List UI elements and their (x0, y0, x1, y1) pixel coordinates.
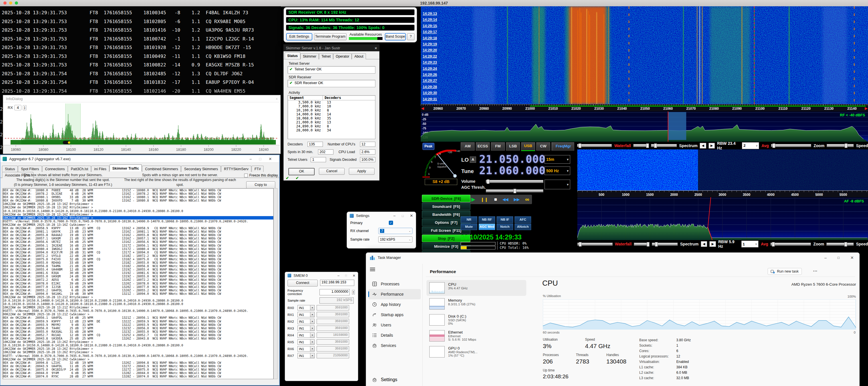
spectrum-right-arrow[interactable]: ▶ (709, 241, 716, 247)
apply-button[interactable]: Apply (349, 168, 374, 175)
ok-button[interactable]: OK (288, 168, 315, 175)
rx-frequency-field[interactable]: 3591000 (317, 339, 349, 345)
band-scope-button[interactable]: Band Scope (385, 33, 406, 40)
maximize-icon[interactable]: □ (837, 256, 839, 260)
lo-frequency-display[interactable]: 21.050.000 (479, 153, 542, 165)
sidebar-item-settings[interactable]: Settings (368, 375, 421, 385)
sidebar-item-users[interactable]: Users (368, 320, 421, 330)
terminate-program-button[interactable]: Terminate Program (314, 33, 347, 40)
skimmer-tab[interactable]: Skimmer (300, 53, 319, 59)
close-icon[interactable]: ✕ (850, 255, 854, 260)
cpu-utilisation-chart[interactable] (543, 299, 856, 329)
mode-button-ecss[interactable]: ECSS (476, 142, 490, 151)
copy-to-clipboard-button[interactable]: Copy to Clipboard (246, 181, 275, 189)
slider[interactable] (651, 144, 677, 147)
rx-frequency-field[interactable]: 18159000 (317, 332, 349, 338)
minimize-icon[interactable]: – (824, 255, 827, 260)
rx-value-field[interactable]: 4 (14, 105, 21, 110)
hamburger-menu-icon[interactable] (370, 267, 375, 272)
close-icon[interactable]: ✕ (352, 274, 355, 278)
tune-frequency-display[interactable]: 21.060.000 (479, 164, 542, 177)
rx-input-select[interactable]: IN1▼ (298, 305, 315, 311)
skimmer-tab[interactable]: Telnet (319, 53, 333, 59)
avg-count-select[interactable]: 1∨ (741, 240, 758, 248)
dsp-nb-if[interactable]: NB IF (497, 216, 513, 223)
peak-button[interactable]: Peak (423, 143, 434, 150)
rx-input-select[interactable]: IN1▼ (298, 332, 315, 338)
af-frequency-scale[interactable]: 5001000150020002500300035004000450050005… (577, 190, 868, 198)
aggregator-tab[interactable]: Connections (42, 166, 68, 172)
avg-count-select[interactable]: 2∨ (742, 142, 759, 149)
mode-button-usb[interactable]: USB (521, 142, 535, 151)
agc-threshold-slider[interactable] (486, 189, 544, 192)
maximize-icon[interactable]: □ (345, 274, 347, 277)
slider[interactable] (634, 243, 649, 246)
sidebar-item-startup-apps[interactable]: Startup apps (368, 310, 421, 320)
rf-frequency-scale[interactable]: 2096020970209802099021000210102102021030… (421, 104, 868, 112)
cancel-button[interactable]: Cancel (319, 168, 345, 175)
skimmer-tab[interactable]: About (352, 53, 366, 59)
rx-frequency-field[interactable]: 3591000 (317, 326, 349, 331)
mode-button-lsb[interactable]: LSB (506, 142, 520, 151)
rf-spectrum[interactable]: 0 dB-25-50-75-100-125-150 (421, 111, 868, 142)
rx-input-select[interactable]: IN1▼ (298, 326, 315, 331)
sample-rate-select[interactable]: 192 kSPS ⌄ (378, 236, 412, 243)
rx-frequency-field[interactable]: 3591000 (317, 312, 349, 317)
loop-icon[interactable]: ∞ (525, 196, 529, 203)
stop-icon[interactable]: ■ (494, 197, 497, 202)
skimmer-traffic-log[interactable]: 0DX de OK2ZAW-#: 18080.0 F6BEE 48 dB 28 … (3, 188, 274, 379)
rewind-icon[interactable]: ◀◀ (503, 197, 508, 201)
minimize-icon[interactable]: – (393, 214, 395, 218)
activity-table[interactable]: Segment Decoders 3,500.0 kHz137,000.0 kH… (287, 95, 375, 139)
rx-input-select[interactable]: IN1▼ (298, 339, 315, 345)
slider[interactable] (633, 144, 649, 147)
scale-right-arrow-icon[interactable]: ▶ (865, 106, 867, 110)
rx-input-select[interactable]: IN1▼ (298, 312, 315, 317)
sdr-device-button[interactable]: SDR-Device[F8] (422, 195, 470, 202)
spectrum-right-arrow[interactable]: ▶ (709, 143, 715, 149)
dsp-mute[interactable]: Mute (461, 224, 477, 230)
dsp-agc-med[interactable]: AGC Med (478, 224, 495, 230)
rx-frequency-field[interactable]: 3591000 (317, 305, 349, 311)
rf-waterfall[interactable]: 14:29:1314:29:1414:29:1514:29:1714:29:18… (421, 6, 868, 104)
sidebar-item-details[interactable]: Details (368, 330, 421, 341)
primary-checkbox[interactable]: ✓ (389, 221, 393, 225)
aggregator-tab[interactable]: FT# (252, 166, 264, 172)
aggregator-tab[interactable]: Patt3Ch.lst (68, 166, 91, 172)
rx-input-select[interactable]: IN1▼ (298, 319, 315, 324)
spinner-arrows-icon[interactable]: ▲▼ (23, 105, 27, 110)
slider[interactable] (826, 243, 854, 246)
maximize-icon[interactable]: □ (402, 214, 404, 218)
help-button[interactable]: ? (407, 33, 414, 40)
rx-frequency-field[interactable]: 3591000 (317, 319, 349, 324)
pause-icon[interactable]: ❙❙ (480, 197, 488, 202)
slider[interactable] (652, 243, 678, 246)
aggregator-tab[interactable]: ini Files (91, 166, 109, 172)
skimmer-tab[interactable]: Status (285, 52, 300, 59)
mode-button-fm[interactable]: FM (491, 142, 505, 151)
connect-button[interactable]: Connect (287, 280, 318, 287)
tuning-step-select[interactable]: 500 Hz▾ (545, 166, 570, 175)
slider[interactable] (577, 243, 613, 246)
audio-device-select[interactable]: ▾ (545, 180, 570, 189)
close-icon[interactable]: × (374, 45, 377, 51)
dsp-afc[interactable]: AFC (515, 216, 531, 223)
minimize-icon[interactable]: – (337, 274, 339, 278)
rx-input-select[interactable]: IN1▼ (298, 353, 315, 358)
aggregator-tab[interactable]: RTTYSkimServ (221, 166, 251, 172)
perf-card-gpu-0[interactable]: GPU 0AMD Radeon(TM)...1% (57 °C) (427, 344, 526, 360)
lo-channel-badge[interactable]: A (470, 157, 476, 163)
aggregator-tab[interactable]: Spot Filters (18, 166, 42, 172)
aggregator-tab[interactable]: Combined Skimmers (142, 166, 181, 172)
scale-left-arrow-icon[interactable]: ◀ (421, 106, 424, 110)
log-scrollbar[interactable] (274, 188, 278, 379)
soundcard-button[interactable]: Soundcard[F5] (422, 203, 470, 210)
dsp-notch[interactable]: Notch (497, 224, 513, 230)
close-icon[interactable]: ✕ (410, 214, 413, 218)
sidebar-item-services[interactable]: Services (368, 341, 421, 351)
perf-card-disk-0-c-[interactable]: Disk 0 (C:)SSD (SATA)0% (427, 312, 526, 328)
close-icon[interactable]: ✕ (269, 157, 277, 161)
af-spectrum[interactable] (577, 197, 868, 240)
perf-card-ethernet[interactable]: EthernetEthernetS: 5.6 R: 102 Mbps (427, 328, 526, 344)
rx-frequency-field[interactable]: 3591000 (317, 346, 349, 352)
